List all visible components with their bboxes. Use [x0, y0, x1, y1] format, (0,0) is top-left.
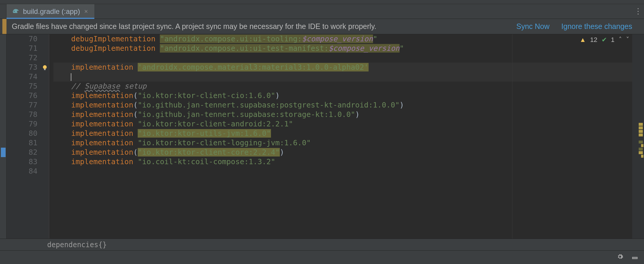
- line-number[interactable]: 73: [6, 63, 37, 72]
- banner-message: Gradle files have changed since last pro…: [12, 22, 376, 31]
- left-tool-column: [0, 34, 6, 239]
- svg-rect-2: [44, 69, 46, 70]
- line-number[interactable]: 77: [6, 100, 37, 110]
- next-highlight-icon[interactable]: ˅: [626, 36, 629, 44]
- line-number[interactable]: 72: [6, 53, 37, 63]
- top-bar: [0, 0, 644, 4]
- line-number[interactable]: 75: [6, 82, 37, 91]
- warning-stripe[interactable]: [639, 130, 643, 133]
- code-line[interactable]: [53, 72, 632, 82]
- code-line[interactable]: implementation("io.ktor:ktor-client-cio:…: [53, 91, 632, 100]
- line-number[interactable]: 79: [6, 119, 37, 129]
- tab-options-kebab-icon[interactable]: ⋮: [632, 4, 644, 19]
- code-area[interactable]: debugImplementation "androidx.compose.ui…: [49, 34, 632, 239]
- warning-stripe[interactable]: [639, 151, 643, 154]
- warning-stripe[interactable]: [639, 123, 643, 126]
- line-number[interactable]: 76: [6, 91, 37, 100]
- gradle-elephant-icon: [12, 7, 20, 16]
- code-line[interactable]: implementation "io.coil-kt:coil-compose:…: [53, 157, 632, 167]
- warning-stripe[interactable]: [639, 126, 643, 129]
- hide-tool-window-icon[interactable]: [632, 253, 638, 262]
- left-tool-stripe: [0, 4, 6, 19]
- code-line[interactable]: [53, 167, 632, 176]
- status-bar: [0, 250, 644, 264]
- code-line[interactable]: implementation 'androidx.compose.materia…: [53, 63, 632, 72]
- code-line[interactable]: implementation "io.ktor:ktor-client-andr…: [53, 119, 632, 129]
- editor-tab-label: build.gradle (:app): [23, 7, 80, 16]
- close-tab-icon[interactable]: ×: [83, 8, 89, 15]
- code-line[interactable]: debugImplementation "androidx.compose.ui…: [53, 34, 632, 44]
- editor-tab-row: build.gradle (:app) × ⋮: [0, 4, 644, 19]
- svg-point-0: [14, 11, 14, 12]
- line-number[interactable]: 71: [6, 44, 37, 53]
- ignore-changes-link[interactable]: Ignore these changes: [561, 22, 632, 31]
- editor-tab-build-gradle[interactable]: build.gradle (:app) ×: [6, 4, 94, 19]
- line-number[interactable]: 81: [6, 138, 37, 148]
- sync-now-link[interactable]: Sync Now: [516, 22, 550, 31]
- line-number[interactable]: 70: [6, 34, 37, 44]
- code-line[interactable]: implementation("io.github.jan-tennert.su…: [53, 110, 632, 119]
- line-number[interactable]: 82: [6, 148, 37, 157]
- right-margin-line: [512, 34, 512, 239]
- line-number[interactable]: 83: [6, 157, 37, 167]
- code-line[interactable]: debugImplementation "androidx.compose.ui…: [53, 44, 632, 53]
- sync-banner: Gradle files have changed since last pro…: [0, 19, 644, 34]
- warning-triangle-icon: ▲: [579, 36, 586, 44]
- breadcrumb-item[interactable]: dependencies{}: [47, 241, 107, 249]
- inspections-widget[interactable]: ▲ 12 ✔ 1 ˄ ˅: [579, 36, 629, 44]
- code-line[interactable]: implementation "io.ktor:ktor-utils-jvm:1…: [53, 129, 632, 138]
- icon-gutter: [40, 34, 49, 239]
- warning-stripe[interactable]: [639, 148, 643, 151]
- code-line[interactable]: implementation("io.ktor:ktor-client-core…: [53, 148, 632, 157]
- warning-stripe[interactable]: [639, 133, 643, 136]
- banner-accent: [2, 19, 6, 34]
- line-number[interactable]: 74: [6, 72, 37, 82]
- line-number[interactable]: 84: [6, 167, 37, 176]
- checkmark-icon: ✔: [602, 36, 607, 44]
- code-line[interactable]: // Supabase setup: [53, 82, 632, 91]
- line-number[interactable]: 80: [6, 129, 37, 138]
- change-marker: [1, 148, 6, 157]
- error-stripe[interactable]: [632, 34, 644, 239]
- code-line[interactable]: [53, 53, 632, 63]
- settings-gear-icon[interactable]: [617, 253, 623, 262]
- prev-highlight-icon[interactable]: ˄: [619, 36, 622, 44]
- svg-point-1: [43, 65, 47, 69]
- line-number-gutter[interactable]: 70 71 72 73 74 75 76 77 78 79 80 81 82 8…: [6, 34, 40, 239]
- code-line[interactable]: implementation("io.github.jan-tennert.su…: [53, 100, 632, 110]
- intention-bulb-icon[interactable]: [42, 64, 48, 70]
- warning-stripe[interactable]: [641, 155, 643, 158]
- line-number[interactable]: 78: [6, 110, 37, 119]
- text-caret: [71, 73, 71, 81]
- warning-stripe[interactable]: [639, 141, 643, 144]
- code-line[interactable]: implementation "io.ktor:ktor-client-logg…: [53, 138, 632, 148]
- breadcrumb-bar[interactable]: dependencies{}: [0, 239, 644, 250]
- ok-count: 1: [611, 36, 615, 44]
- warning-stripe[interactable]: [641, 144, 643, 147]
- warning-count: 12: [590, 36, 597, 44]
- code-editor[interactable]: 70 71 72 73 74 75 76 77 78 79 80 81 82 8…: [0, 34, 644, 239]
